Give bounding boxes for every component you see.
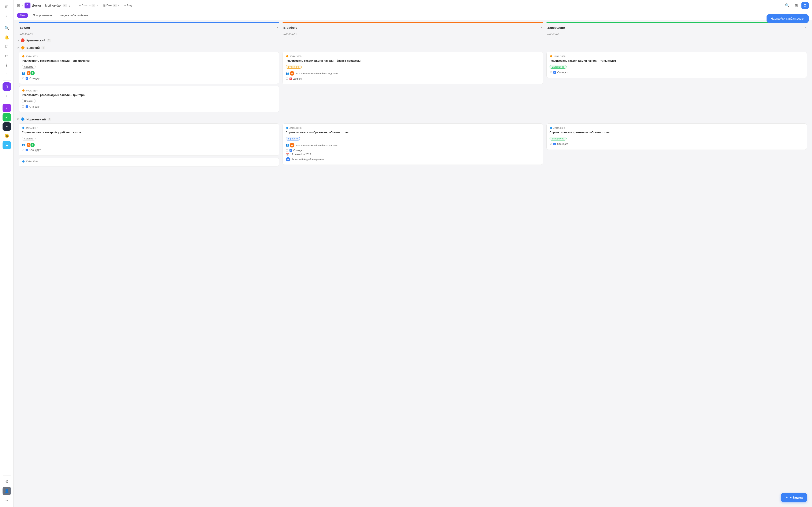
sidebar-item-notifications[interactable]: 🔔	[3, 33, 11, 42]
type-icon-3634: ☑	[22, 105, 24, 108]
group-toggle-critical[interactable]: ▷	[17, 39, 19, 42]
card-jaga-3633[interactable]: 🔶 JAGA-3633 Реализовать раздел админ пан…	[18, 52, 279, 84]
col-collapse-inprogress[interactable]: ‹	[541, 25, 542, 30]
topbar-settings-button[interactable]: ⚙	[801, 2, 809, 9]
group-count-high: 4	[42, 46, 45, 49]
main-area: ⊞ › П Доска › Мой канбан 4 ∨ ≡ Список 4 …	[13, 0, 812, 507]
topbar-kanban-chevron[interactable]: ∨	[68, 4, 70, 7]
topbar-search-button[interactable]: 🔍	[784, 2, 791, 9]
topbar-add-view[interactable]: + Вид	[123, 3, 134, 8]
group-toggle-high[interactable]: ▽	[17, 46, 19, 49]
priority-icon-normal: 🔷	[20, 117, 25, 121]
card-status-3639[interactable]: Завершена	[550, 137, 566, 140]
gantt-icon: ▦	[103, 4, 105, 7]
card-id-3635: 🔶 JAGA-3635	[286, 55, 540, 58]
card-jaga-3638[interactable]: 🔷 JAGA-3638 Спроектировать отображение р…	[283, 123, 543, 165]
card-status-3638[interactable]: В работе	[286, 137, 300, 140]
topbar-view-list[interactable]: ≡ Список 4 ∨	[78, 3, 100, 8]
priority-icon-card-3635: 🔶	[286, 55, 289, 58]
column-done: Завершено ‹ 100 ЗАДАЧ	[545, 22, 809, 37]
topbar-kanban-count: 4	[63, 4, 67, 7]
type-label-3636: Стандарт	[557, 71, 568, 74]
topbar-board-label: Доска	[32, 4, 41, 7]
card-status-3637[interactable]: Сделать	[22, 137, 36, 140]
type-dot-3638: ✓	[290, 149, 292, 152]
col-backlog-normal: 🔷 JAGA-3637 Спроектировать настройку раб…	[17, 123, 281, 168]
avatar-group-3633: А Т	[27, 71, 35, 75]
priority-icon-card-3638: 🔷	[286, 126, 289, 129]
filter-my[interactable]: Мои	[17, 13, 28, 18]
column-inprogress: В работе ‹ 100 ЗАДАЧ	[281, 22, 545, 37]
type-dot-3633: ✓	[26, 77, 28, 80]
card-jaga-3640[interactable]: 🔷 JAGA-3640	[18, 158, 279, 166]
sidebar-separator-4	[3, 475, 11, 476]
sidebar-item-app-cloud[interactable]: ☁	[3, 141, 11, 149]
group-toggle-normal[interactable]: ▽	[17, 118, 19, 121]
group-count-normal: 4	[48, 118, 52, 121]
card-title-3638: Спроектировать отображение рабочего стол…	[286, 130, 540, 134]
card-id-3639: 🔷 JAGA-3639	[550, 126, 804, 129]
sidebar-item-expand-right[interactable]: ›	[3, 92, 11, 100]
topbar-board-separator: ›	[43, 4, 44, 7]
card-jaga-3635[interactable]: 🔶 JAGA-3635 Реализовать раздел админ пан…	[283, 52, 543, 84]
card-status-3636[interactable]: Завершена	[550, 65, 566, 69]
card-status-3634[interactable]: Сделать	[22, 99, 36, 103]
card-jaga-3634[interactable]: 🔶 JAGA-3634 Реализовать раздел админ пан…	[18, 86, 279, 112]
sidebar-item-app-emoji[interactable]: 😊	[3, 131, 11, 140]
sidebar-item-collapse[interactable]: ⌃	[3, 70, 11, 79]
card-status-3633[interactable]: Сделать	[22, 65, 36, 69]
sidebar-item-chevron[interactable]: ›	[3, 12, 11, 20]
sidebar-item-user-avatar[interactable]: 👤	[3, 487, 11, 495]
sidebar-item-app-list[interactable]: ≡	[3, 122, 11, 131]
group-header-high[interactable]: ▽ 🔶 Высокий 4	[17, 44, 809, 51]
kanban-area: Бэклог ‹ 100 ЗАДАЧ В работе ‹ 100 ЗАДАЧ …	[13, 20, 812, 507]
sidebar-item-history[interactable]: ⟳	[3, 52, 11, 60]
col-header-backlog: Бэклог ‹	[18, 24, 279, 31]
sidebar-item-info[interactable]: ℹ	[3, 61, 11, 69]
type-icon-3636: ☑	[550, 71, 552, 74]
filter-overdue[interactable]: Просроченные	[30, 13, 55, 18]
sidebar-item-search[interactable]: 🔍	[3, 24, 11, 32]
card-jaga-3636[interactable]: 🔶 JAGA-3636 Реализовать раздел админ пан…	[546, 52, 807, 78]
col-title-inprogress: В работе	[283, 26, 297, 30]
group-label-critical: Критический	[27, 39, 45, 42]
col-collapse-backlog[interactable]: ‹	[277, 25, 278, 30]
card-jaga-3637[interactable]: 🔷 JAGA-3637 Спроектировать настройку раб…	[18, 123, 279, 156]
add-task-button[interactable]: ＋ + Задача	[781, 493, 807, 502]
priority-icon-critical: 🔴	[20, 38, 25, 42]
card-title-3639: Спроектировать прототипы рабочего стола	[550, 130, 804, 134]
card-jaga-3639[interactable]: 🔷 JAGA-3639 Спроектировать прототипы раб…	[546, 123, 807, 150]
card-id-3637: 🔷 JAGA-3637	[22, 126, 276, 129]
topbar-view-gantt[interactable]: ▦ Гант 4 ∨	[101, 3, 121, 8]
sidebar-item-home[interactable]: ⊞	[3, 3, 11, 11]
sidebar-item-settings-sliders[interactable]: ⚙	[3, 477, 11, 486]
group-header-normal[interactable]: ▽ 🔷 Нормальный 4	[17, 116, 809, 122]
type-label-3634: Стандарт	[30, 105, 41, 108]
topbar-kanban-label[interactable]: Мой канбан	[45, 4, 61, 7]
sidebar-item-app-purple[interactable]: П	[3, 82, 11, 91]
sidebar-item-app-check[interactable]: ✓	[3, 113, 11, 121]
filter-recently-updated[interactable]: Недавно обновлённые	[56, 13, 92, 18]
card-type-3635: ☑ ✕ Дефект	[286, 77, 540, 80]
priority-icon-card-3637: 🔷	[22, 126, 25, 129]
type-dot-3636: ✓	[553, 71, 556, 74]
assignee-icon-3635: 👥	[286, 72, 289, 75]
sidebar-item-app-info[interactable]: i	[3, 104, 11, 112]
group-header-critical[interactable]: ▷ 🔴 Критический 2	[17, 37, 809, 44]
topbar-home-icon[interactable]: ⊞	[17, 3, 20, 8]
sidebar-item-expand-out[interactable]: →	[3, 496, 11, 504]
priority-icon-card-3633: 🔶	[22, 55, 25, 58]
topbar-gantt-chevron: ∨	[117, 4, 119, 7]
card-assignees-3637: 👥 А Т	[22, 143, 276, 147]
card-title-3635: Реализовать раздел админ панели – бизнес…	[286, 59, 540, 63]
settings-kanban-tooltip[interactable]: Настройки канбан-доски	[767, 14, 809, 23]
avatar-3638: А	[290, 143, 295, 148]
avatar-3635: А	[290, 71, 295, 76]
card-status-3635[interactable]: Уточнение	[286, 65, 302, 69]
col-collapse-done[interactable]: ‹	[805, 25, 806, 30]
kanban-high-group: 🔶 JAGA-3633 Реализовать раздел админ пан…	[17, 52, 809, 114]
type-label-3637: Стандарт	[30, 149, 41, 152]
topbar-filter-button[interactable]: ⊟	[793, 2, 800, 9]
type-dot-3639: ✓	[553, 143, 556, 145]
sidebar-item-tasks[interactable]: ☑	[3, 43, 11, 51]
